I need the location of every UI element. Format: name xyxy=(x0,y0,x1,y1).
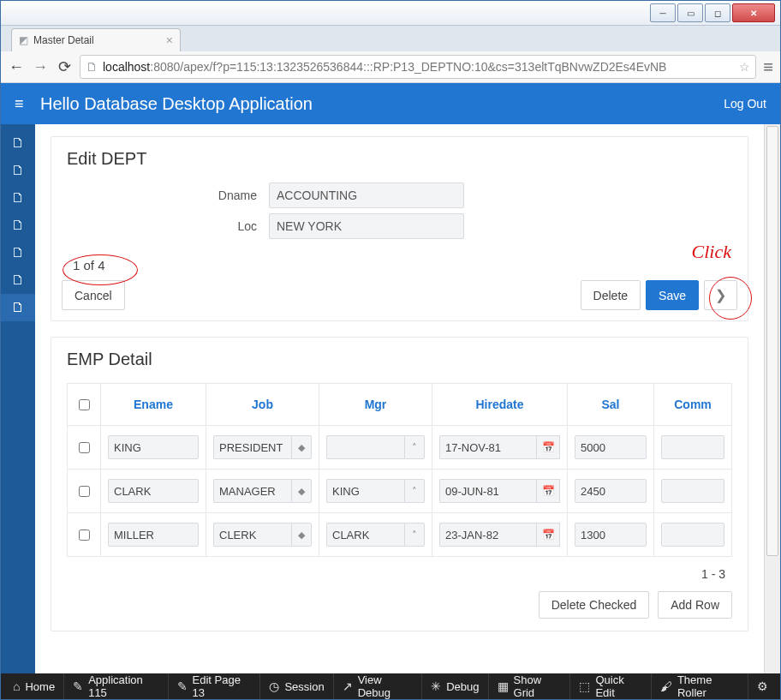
forward-icon[interactable]: → xyxy=(32,58,49,76)
col-ename[interactable]: Ename xyxy=(101,384,206,426)
window-maximize-button[interactable]: ◻ xyxy=(705,3,730,22)
reload-icon[interactable]: ⟳ xyxy=(56,57,73,76)
chevron-up-icon[interactable]: ˄ xyxy=(404,523,425,547)
hamburger-icon[interactable]: ≡ xyxy=(15,95,40,113)
gear-icon: ⚙ xyxy=(757,679,768,693)
theme-roller-icon: 🖌 xyxy=(660,679,672,693)
dropdown-icon[interactable]: ◆ xyxy=(291,435,312,459)
mgr-select[interactable] xyxy=(326,523,404,547)
row-count: 1 - 3 xyxy=(51,564,748,588)
comm-input[interactable] xyxy=(661,435,724,459)
side-nav-item[interactable]: 🗋 xyxy=(1,212,35,239)
col-mgr[interactable]: Mgr xyxy=(319,384,432,426)
side-nav-item[interactable]: 🗋 xyxy=(1,266,35,294)
browser-tab[interactable]: ◩ Master Detail × xyxy=(11,28,181,51)
hiredate-input[interactable] xyxy=(439,523,536,547)
browser-toolbar: ← → ⟳ 🗋 localhost:8080/apex/f?p=115:13:1… xyxy=(1,51,780,83)
home-icon: ⌂ xyxy=(13,679,20,693)
back-icon[interactable]: ← xyxy=(8,58,25,76)
developer-toolbar: ⌂Home ✎Application 115 ✎Edit Page 13 ◷Se… xyxy=(1,673,780,699)
window-titlebar: ─ ▭ ◻ ✕ xyxy=(1,1,780,26)
view-debug-icon: ↗ xyxy=(343,679,353,693)
window-close-button[interactable]: ✕ xyxy=(732,3,775,22)
mgr-select[interactable] xyxy=(326,435,404,459)
loc-input[interactable] xyxy=(269,213,464,239)
col-comm[interactable]: Comm xyxy=(654,384,732,426)
row-checkbox[interactable] xyxy=(79,529,90,541)
col-sal[interactable]: Sal xyxy=(568,384,654,426)
window-minimize-button[interactable]: ─ xyxy=(650,3,676,22)
sal-input[interactable] xyxy=(575,435,647,459)
logout-link[interactable]: Log Out xyxy=(724,97,766,111)
chrome-menu-icon[interactable]: ≡ xyxy=(763,57,773,77)
tab-close-icon[interactable]: × xyxy=(166,33,173,47)
side-nav-item-active[interactable]: 🗋 xyxy=(1,294,35,321)
address-bar[interactable]: 🗋 localhost:8080/apex/f?p=115:13:1323526… xyxy=(80,55,756,79)
dev-quick-edit[interactable]: ⬚Quick Edit xyxy=(570,673,652,699)
window-restore-button[interactable]: ▭ xyxy=(677,3,703,22)
annotation-click-label: Click xyxy=(692,241,731,263)
save-button[interactable]: Save xyxy=(646,280,699,310)
url-path: /apex/f?p=115:13:1323526536844:::RP:P13_… xyxy=(180,60,666,74)
calendar-icon[interactable]: 📅 xyxy=(536,523,560,547)
job-select[interactable] xyxy=(213,479,291,503)
dev-home[interactable]: ⌂Home xyxy=(4,673,64,699)
calendar-icon[interactable]: 📅 xyxy=(536,479,560,503)
vertical-scrollbar[interactable] xyxy=(764,124,780,673)
app-header: ≡ Hello Database Desktop Application Log… xyxy=(1,83,780,124)
side-nav: 🗋 🗋 🗋 🗋 🗋 🗋 🗋 xyxy=(1,124,35,673)
side-nav-item[interactable]: 🗋 xyxy=(1,129,35,157)
row-checkbox[interactable] xyxy=(79,486,90,497)
sal-input[interactable] xyxy=(575,523,647,547)
side-nav-item[interactable]: 🗋 xyxy=(1,239,35,266)
delete-checked-button[interactable]: Delete Checked xyxy=(539,591,650,619)
bookmark-icon[interactable]: ☆ xyxy=(739,60,750,74)
dev-theme-roller[interactable]: 🖌Theme Roller xyxy=(652,673,748,699)
edit-dept-region: Edit DEPT Dname Loc Cancel Delete Save xyxy=(51,136,748,321)
dev-settings[interactable]: ⚙ xyxy=(748,673,777,699)
side-nav-item[interactable]: 🗋 xyxy=(1,157,35,184)
record-pager: 1 of 4 xyxy=(63,254,116,276)
dev-session[interactable]: ◷Session xyxy=(260,673,333,699)
delete-button[interactable]: Delete xyxy=(581,280,641,310)
table-row: ◆˄📅 xyxy=(68,426,732,470)
dev-view-debug[interactable]: ↗View Debug xyxy=(334,673,423,699)
calendar-icon[interactable]: 📅 xyxy=(536,435,560,459)
dname-input[interactable] xyxy=(269,182,464,208)
chevron-up-icon[interactable]: ˄ xyxy=(404,435,425,459)
dev-application[interactable]: ✎Application 115 xyxy=(64,673,168,699)
side-nav-item[interactable]: 🗋 xyxy=(1,184,35,212)
job-select[interactable] xyxy=(213,523,291,547)
region-title: EMP Detail xyxy=(67,350,732,369)
emp-table: Ename Job Mgr Hiredate Sal Comm ◆˄📅◆˄📅◆˄… xyxy=(67,383,732,557)
bug-icon: ✳ xyxy=(431,679,441,693)
dev-debug[interactable]: ✳Debug xyxy=(422,673,488,699)
mgr-select[interactable] xyxy=(326,479,404,503)
browser-tab-title: Master Detail xyxy=(33,34,94,46)
comm-input[interactable] xyxy=(661,523,724,547)
scrollbar-thumb[interactable] xyxy=(766,126,778,556)
comm-input[interactable] xyxy=(661,479,724,503)
col-hiredate[interactable]: Hiredate xyxy=(432,384,568,426)
chevron-up-icon[interactable]: ˄ xyxy=(404,479,425,503)
dropdown-icon[interactable]: ◆ xyxy=(291,523,312,547)
add-row-button[interactable]: Add Row xyxy=(658,591,732,619)
dev-show-grid[interactable]: ▦Show Grid xyxy=(489,673,571,699)
col-job[interactable]: Job xyxy=(206,384,319,426)
hiredate-input[interactable] xyxy=(439,435,536,459)
ename-input[interactable] xyxy=(108,435,199,459)
sal-input[interactable] xyxy=(575,479,647,503)
job-select[interactable] xyxy=(213,435,291,459)
annotation-next-circle xyxy=(709,277,752,320)
ename-input[interactable] xyxy=(108,523,199,547)
browser-tab-strip: ◩ Master Detail × xyxy=(1,26,780,51)
page-icon: 🗋 xyxy=(86,60,98,74)
hiredate-input[interactable] xyxy=(439,479,536,503)
dropdown-icon[interactable]: ◆ xyxy=(291,479,312,503)
ename-input[interactable] xyxy=(108,479,199,503)
favicon-icon: ◩ xyxy=(19,34,28,46)
select-all-checkbox[interactable] xyxy=(79,399,90,410)
dev-edit-page[interactable]: ✎Edit Page 13 xyxy=(169,673,261,699)
main-content: Edit DEPT Dname Loc Cancel Delete Save xyxy=(35,124,764,673)
row-checkbox[interactable] xyxy=(79,442,90,453)
